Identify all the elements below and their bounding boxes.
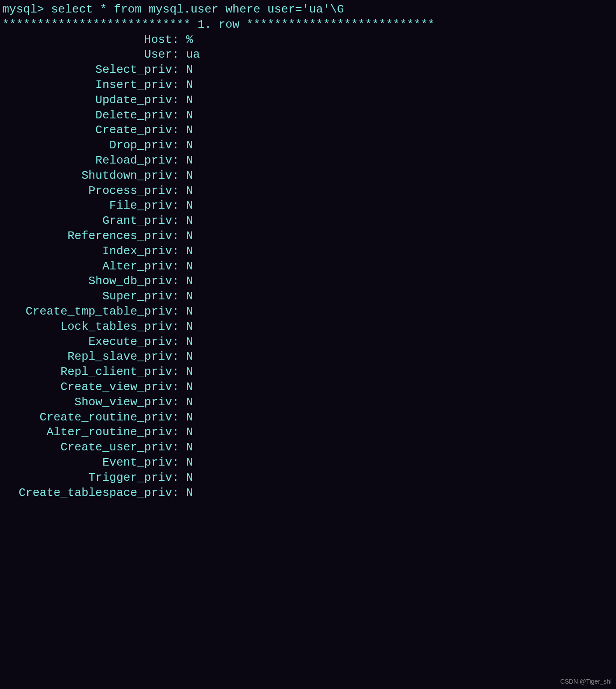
field-value: N <box>186 455 193 471</box>
result-row: Create_tablespace_priv: N <box>2 486 614 501</box>
field-label: File_priv <box>2 198 172 214</box>
field-value: N <box>186 244 193 259</box>
field-value: N <box>186 304 193 319</box>
result-row: Insert_priv: N <box>2 78 614 93</box>
field-separator: : <box>172 395 186 410</box>
field-label: Create_tmp_table_priv <box>2 304 172 319</box>
command-line: mysql> select * from mysql.user where us… <box>2 2 614 17</box>
field-label: Alter_priv <box>2 259 172 274</box>
field-separator: : <box>172 349 186 365</box>
result-row: Create_priv: N <box>2 123 614 138</box>
field-separator: : <box>172 440 186 455</box>
field-label: Grant_priv <box>2 214 172 229</box>
field-separator: : <box>172 365 186 380</box>
field-label: Repl_client_priv <box>2 365 172 380</box>
field-value: N <box>186 289 193 304</box>
field-value: N <box>186 425 193 440</box>
result-row: Create_view_priv: N <box>2 380 614 395</box>
result-row: Delete_priv: N <box>2 108 614 123</box>
field-label: Show_db_priv <box>2 274 172 289</box>
field-separator: : <box>172 93 186 108</box>
field-value: N <box>186 395 193 410</box>
result-row: Drop_priv: N <box>2 138 614 153</box>
field-label: Create_user_priv <box>2 440 172 455</box>
field-separator: : <box>172 63 186 78</box>
field-separator: : <box>172 486 186 501</box>
mysql-prompt: mysql> <box>2 3 51 16</box>
field-value: N <box>186 78 193 93</box>
result-row: Host: % <box>2 33 614 48</box>
field-value: N <box>186 168 193 184</box>
field-label: Super_priv <box>2 289 172 304</box>
watermark: CSDN @Tiger_shl <box>560 677 612 685</box>
field-label: Drop_priv <box>2 138 172 153</box>
result-row: Execute_priv: N <box>2 335 614 350</box>
field-value: N <box>186 319 193 335</box>
field-separator: : <box>172 47 186 63</box>
field-value: N <box>186 123 193 138</box>
field-separator: : <box>172 304 186 319</box>
result-row: Shutdown_priv: N <box>2 168 614 184</box>
result-row: Reload_priv: N <box>2 153 614 168</box>
field-label: Host <box>2 33 172 48</box>
result-row: Select_priv: N <box>2 63 614 78</box>
field-separator: : <box>172 289 186 304</box>
field-separator: : <box>172 410 186 425</box>
field-separator: : <box>172 455 186 471</box>
field-label: Event_priv <box>2 455 172 471</box>
field-separator: : <box>172 78 186 93</box>
result-row: Show_db_priv: N <box>2 274 614 289</box>
field-separator: : <box>172 259 186 274</box>
field-label: Insert_priv <box>2 78 172 93</box>
field-value: N <box>186 153 193 168</box>
field-label: User <box>2 47 172 63</box>
result-row: Lock_tables_priv: N <box>2 319 614 335</box>
field-separator: : <box>172 380 186 395</box>
field-separator: : <box>172 138 186 153</box>
field-separator: : <box>172 198 186 214</box>
result-row: Alter_priv: N <box>2 259 614 274</box>
field-separator: : <box>172 471 186 486</box>
field-label: Reload_priv <box>2 153 172 168</box>
result-row: Show_view_priv: N <box>2 395 614 410</box>
field-label: Delete_priv <box>2 108 172 123</box>
field-value: N <box>186 108 193 123</box>
field-separator: : <box>172 184 186 199</box>
field-label: Index_priv <box>2 244 172 259</box>
field-label: Create_priv <box>2 123 172 138</box>
field-label: Create_view_priv <box>2 380 172 395</box>
field-value: N <box>186 259 193 274</box>
field-value: N <box>186 93 193 108</box>
field-value: N <box>186 349 193 365</box>
result-row: Super_priv: N <box>2 289 614 304</box>
result-row: Process_priv: N <box>2 184 614 199</box>
result-row: Update_priv: N <box>2 93 614 108</box>
result-row: Alter_routine_priv: N <box>2 425 614 440</box>
field-label: References_priv <box>2 229 172 244</box>
field-label: Create_routine_priv <box>2 410 172 425</box>
field-label: Lock_tables_priv <box>2 319 172 335</box>
field-label: Process_priv <box>2 184 172 199</box>
field-separator: : <box>172 229 186 244</box>
field-separator: : <box>172 33 186 48</box>
field-value: N <box>186 214 193 229</box>
field-label: Select_priv <box>2 63 172 78</box>
result-row: Trigger_priv: N <box>2 471 614 486</box>
field-value: N <box>186 184 193 199</box>
field-value: N <box>186 471 193 486</box>
field-separator: : <box>172 153 186 168</box>
field-label: Update_priv <box>2 93 172 108</box>
field-label: Show_view_priv <box>2 395 172 410</box>
field-value: N <box>186 198 193 214</box>
field-value: N <box>186 138 193 153</box>
field-label: Trigger_priv <box>2 471 172 486</box>
field-value: N <box>186 335 193 350</box>
field-value: N <box>186 410 193 425</box>
field-label: Shutdown_priv <box>2 168 172 184</box>
result-row: File_priv: N <box>2 198 614 214</box>
result-row: References_priv: N <box>2 229 614 244</box>
field-label: Execute_priv <box>2 335 172 350</box>
field-separator: : <box>172 335 186 350</box>
result-row: Grant_priv: N <box>2 214 614 229</box>
field-value: N <box>186 365 193 380</box>
